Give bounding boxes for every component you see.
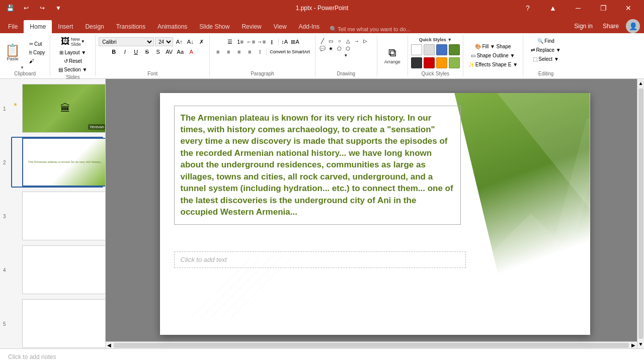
customize-qat-button[interactable]: ▼ <box>52 2 64 14</box>
shape-chevron[interactable]: ⬡ <box>344 45 352 52</box>
strikethrough-button[interactable]: S <box>142 47 152 56</box>
tab-transitions[interactable]: Transitions <box>110 20 151 33</box>
scroll-thumb[interactable] <box>638 88 643 339</box>
cut-button[interactable]: ✂ Cut <box>27 40 47 48</box>
reset-button[interactable]: ↺ Reset <box>62 57 84 65</box>
qs-swatch-6[interactable] <box>424 57 435 68</box>
slide-1-thumbnail[interactable]: 🏛 Yerevan <box>22 84 106 133</box>
bold-button[interactable]: B <box>109 47 119 56</box>
find-button[interactable]: 🔍 Find <box>535 37 556 45</box>
numbering-button[interactable]: 1≡ <box>235 37 246 46</box>
justify-button[interactable]: ≡ <box>245 47 255 56</box>
slide-thumb-1[interactable]: 1 🏛 Yerevan ★ <box>11 83 103 134</box>
slide-4-thumbnail[interactable] <box>22 245 106 294</box>
columns-button[interactable]: ⫿ <box>267 37 277 46</box>
italic-button[interactable]: I <box>120 47 130 56</box>
tab-animations[interactable]: Animations <box>151 20 193 33</box>
section-button[interactable]: ▤ Section ▼ <box>56 66 89 73</box>
vertical-scrollbar[interactable]: ▲ ▼ <box>637 79 644 348</box>
tell-me-input[interactable]: Tell me what you want to do... <box>338 26 411 32</box>
shape-callout[interactable]: 💬 <box>318 45 327 52</box>
slide-thumb-5[interactable]: 5 <box>11 298 103 348</box>
increase-font-button[interactable]: A↑ <box>174 37 184 46</box>
shape-fill-button[interactable]: 🎨 Fill ▼ Shape <box>473 43 513 50</box>
select-button[interactable]: ⬚ Select ▼ <box>531 55 560 63</box>
close-button[interactable]: ✕ <box>617 0 640 16</box>
text-placeholder[interactable]: Click to add text <box>174 251 466 268</box>
slide-thumb-4[interactable]: 4 <box>11 244 103 295</box>
tab-slideshow[interactable]: Slide Show <box>193 20 235 33</box>
qs-swatch-5[interactable] <box>411 57 422 68</box>
tab-design[interactable]: Design <box>79 20 110 33</box>
notes-bar[interactable]: Click to add notes <box>0 348 644 362</box>
main-text-box[interactable]: The Armenian plateau is known for its ve… <box>174 106 461 225</box>
shape-line[interactable]: ╱ <box>318 37 327 44</box>
format-painter-button[interactable]: 🖌 <box>27 57 47 65</box>
align-text-button[interactable]: ⊞A <box>290 37 300 46</box>
scroll-down-button[interactable]: ▼ <box>637 340 644 348</box>
shape-rect[interactable]: ▭ <box>327 37 335 44</box>
text-direction-button[interactable]: ↕A <box>280 37 290 46</box>
shadow-button[interactable]: S <box>153 47 163 56</box>
shape-effects-button[interactable]: ✨ Effects Shape E ▼ <box>466 61 520 68</box>
horizontal-scrollbar[interactable]: ◀ ▶ <box>106 341 637 348</box>
sign-in-button[interactable]: Sign in <box>571 21 596 32</box>
font-name-select[interactable]: Calibri <box>99 37 154 46</box>
slide-thumb-2[interactable]: 2 The Armenian plateau is known for its … <box>11 137 103 188</box>
shape-more[interactable]: ▷ <box>361 37 369 44</box>
underline-button[interactable]: U <box>131 47 141 56</box>
share-button[interactable]: Share <box>600 21 622 32</box>
shape-pentagon[interactable]: ⬠ <box>336 45 344 52</box>
minimize-button[interactable]: ─ <box>567 0 590 16</box>
help-button[interactable]: ? <box>516 0 539 16</box>
shape-triangle[interactable]: △ <box>344 37 352 44</box>
paste-button[interactable]: 📋 Paste ▼ <box>3 35 26 70</box>
slide-5-thumbnail[interactable] <box>22 299 106 348</box>
tab-addins[interactable]: Add-Ins <box>293 20 326 33</box>
tab-file[interactable]: File <box>2 20 24 33</box>
qs-swatch-1[interactable] <box>411 44 422 55</box>
slide-2-thumbnail[interactable]: The Armenian plateau is known for its ve… <box>22 138 106 187</box>
notes-placeholder[interactable]: Click to add notes <box>8 353 56 360</box>
col-count-button[interactable]: ⁞ <box>255 47 265 56</box>
change-case-button[interactable]: Aa <box>175 47 185 56</box>
dec-indent-button[interactable]: ←≡ <box>246 37 256 46</box>
convert-smartart-button[interactable]: Convert to SmartArt <box>268 48 312 55</box>
replace-button[interactable]: ⇄ Replace ▼ <box>529 46 562 54</box>
decrease-font-button[interactable]: A↓ <box>185 37 195 46</box>
scroll-right-button[interactable]: ▶ <box>630 342 637 348</box>
qs-swatch-2[interactable] <box>424 44 435 55</box>
qs-swatch-7[interactable] <box>436 57 447 68</box>
new-slide-button[interactable]: 🖼 NewSlide ▼ <box>59 35 87 48</box>
layout-button[interactable]: ⊞ Layout ▼ <box>57 49 88 56</box>
redo-button[interactable]: ↪ <box>36 2 48 14</box>
restore-button[interactable]: ❐ <box>592 0 615 16</box>
shape-arrow[interactable]: → <box>353 37 361 44</box>
align-right-button[interactable]: ≡ <box>234 47 244 56</box>
clear-format-button[interactable]: ✗ <box>196 37 206 46</box>
copy-button[interactable]: ⎘ Copy <box>27 49 47 56</box>
scroll-up-button[interactable]: ▲ <box>637 79 644 87</box>
font-color-button[interactable]: A <box>186 47 196 56</box>
qs-swatch-3[interactable] <box>436 44 447 55</box>
slide-3-thumbnail[interactable] <box>22 192 106 240</box>
qs-swatch-8[interactable] <box>449 57 460 68</box>
align-left-button[interactable]: ≡ <box>213 47 223 56</box>
char-spacing-button[interactable]: AV <box>164 47 174 56</box>
tab-view[interactable]: View <box>268 20 293 33</box>
tab-home[interactable]: Home <box>24 20 52 33</box>
qs-swatch-4[interactable] <box>449 44 460 55</box>
font-size-select[interactable]: 24 <box>155 37 173 46</box>
scroll-left-button[interactable]: ◀ <box>106 342 113 348</box>
tab-insert[interactable]: Insert <box>52 20 79 33</box>
bullets-button[interactable]: ☰ <box>225 37 235 46</box>
slide-thumb-3[interactable]: 3 <box>11 191 103 241</box>
undo-button[interactable]: ↩ <box>20 2 32 14</box>
arrange-button[interactable]: ⧉ Arrange <box>380 45 405 65</box>
user-avatar[interactable]: 👤 <box>626 19 640 33</box>
hscroll-thumb[interactable] <box>114 343 629 348</box>
shape-star[interactable]: ★ <box>327 45 335 52</box>
tab-review[interactable]: Review <box>235 20 267 33</box>
shape-outline-button[interactable]: ▭ Shape Outline ▼ <box>469 52 517 59</box>
shape-circle[interactable]: ○ <box>336 37 344 44</box>
